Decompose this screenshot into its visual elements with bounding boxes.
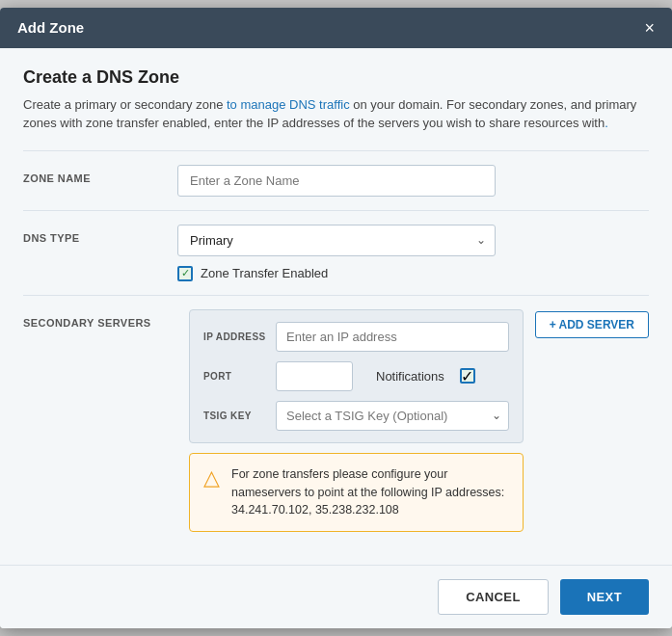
dialog-body: Create a DNS Zone Create a primary or se… [0, 48, 672, 565]
port-input[interactable] [276, 361, 353, 391]
section-description: Create a primary or secondary zone to ma… [23, 95, 649, 133]
tsig-key-select-wrapper: Select a TSIG Key (Optional) ⌄ [276, 401, 509, 431]
add-zone-dialog: Add Zone × Create a DNS Zone Create a pr… [0, 8, 672, 628]
dns-type-select-wrapper: Primary Secondary ⌄ [177, 225, 496, 256]
zone-transfer-label: Zone Transfer Enabled [201, 266, 328, 280]
tsig-key-row: TSIG KEY Select a TSIG Key (Optional) ⌄ [203, 401, 509, 431]
warning-icon: △ [203, 467, 220, 489]
zone-transfer-row: ✓ Zone Transfer Enabled [177, 266, 649, 281]
notifications-checkbox[interactable]: ✓ [460, 368, 475, 384]
close-button[interactable]: × [644, 19, 655, 37]
ip-address-row: IP ADDRESS [203, 322, 509, 352]
secondary-servers-content: IP ADDRESS PORT Notifications ✓ [189, 309, 524, 532]
dns-type-select[interactable]: Primary Secondary [177, 225, 496, 256]
warning-text: For zone transfers please configure your… [231, 465, 509, 519]
manage-dns-link[interactable]: to manage DNS traffic [227, 97, 350, 112]
dialog-footer: CANCEL NEXT [0, 565, 672, 628]
secondary-servers-label: SECONDARY SERVERS [23, 309, 177, 329]
server-box: IP ADDRESS PORT Notifications ✓ [189, 309, 524, 443]
add-server-button[interactable]: + ADD SERVER [535, 311, 649, 338]
checkmark-icon: ✓ [181, 268, 190, 278]
warning-box: △ For zone transfers please configure yo… [189, 453, 524, 532]
ip-address-input[interactable] [276, 322, 509, 352]
ip-address-label: IP ADDRESS [203, 331, 266, 342]
secondary-servers-row: SECONDARY SERVERS IP ADDRESS PORT Notifi… [23, 295, 649, 545]
zone-name-content [177, 165, 649, 197]
port-notifications-row: PORT Notifications ✓ [203, 361, 509, 391]
next-button[interactable]: NEXT [560, 579, 649, 615]
cancel-button[interactable]: CANCEL [438, 579, 549, 615]
dns-type-content: Primary Secondary ⌄ ✓ Zone Transfer Enab… [177, 225, 649, 281]
dialog-header: Add Zone × [0, 8, 672, 48]
zone-name-input[interactable] [177, 165, 496, 197]
zone-name-label: ZONE NAME [23, 165, 177, 184]
dialog-title: Add Zone [17, 19, 84, 36]
section-title: Create a DNS Zone [23, 67, 649, 88]
dns-type-label: DNS TYPE [23, 225, 177, 244]
resources-link[interactable]: . [605, 116, 608, 130]
tsig-key-label: TSIG KEY [203, 411, 266, 421]
dns-type-row: DNS TYPE Primary Secondary ⌄ ✓ Zone Tran… [23, 210, 649, 295]
notifications-label: Notifications [376, 369, 444, 384]
port-label: PORT [203, 371, 266, 382]
tsig-key-select[interactable]: Select a TSIG Key (Optional) [276, 401, 509, 431]
notif-checkmark-icon: ✓ [461, 367, 473, 385]
zone-name-row: ZONE NAME [23, 150, 649, 210]
zone-transfer-checkbox[interactable]: ✓ [177, 266, 193, 281]
